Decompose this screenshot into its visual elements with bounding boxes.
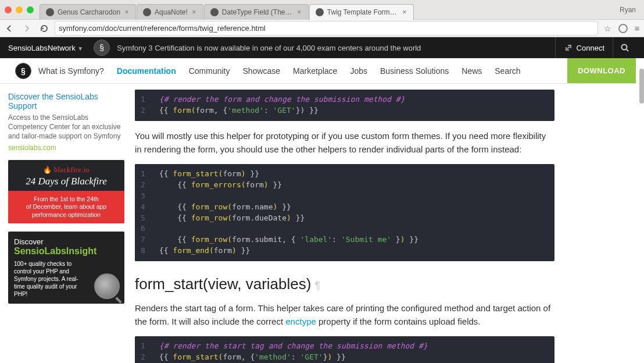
magnifier-icon [94, 273, 120, 299]
brand-part1: SensioLabs [8, 44, 48, 52]
chevron-down-icon: ▼ [77, 45, 83, 52]
insight-text: 100+ quality checks to control your PHP … [14, 260, 81, 298]
favicon-icon [210, 8, 219, 16]
support-link[interactable]: sensiolabs.com [8, 144, 124, 152]
insight-discover: Discover [14, 237, 119, 246]
sidebar: Discover the SensioLabs Support Access t… [0, 84, 124, 363]
support-text: Access to the SensioLabs Competency Cent… [8, 113, 124, 141]
link-enctype[interactable]: enctype [285, 316, 316, 326]
nav-community[interactable]: Community [189, 66, 230, 76]
tabs: Genus Carcharodon× AquaNote!× DateType F… [40, 0, 616, 20]
maximize-window-icon[interactable] [27, 6, 34, 13]
tab-title: AquaNote! [155, 8, 188, 16]
nav-links: What is Symfony? Documentation Community… [38, 66, 521, 76]
close-tab-icon[interactable]: × [402, 9, 407, 15]
search-icon [620, 43, 629, 52]
connect-link[interactable]: Connect [555, 37, 613, 58]
scrollbar-thumb[interactable] [639, 69, 644, 104]
code-block-form: 12 {# render the form and change the sub… [135, 90, 554, 121]
back-icon[interactable] [5, 24, 14, 33]
line-numbers: 12 [135, 90, 151, 121]
url-input[interactable]: symfony.com/doc/current/reference/forms/… [55, 21, 598, 35]
reload-icon[interactable] [40, 24, 49, 33]
line-numbers: 12345678 [135, 164, 151, 261]
sensiolabs-bar: SensioLabsNetwork ▼ § Symfony 3 Certific… [0, 37, 644, 58]
favicon-icon [143, 8, 151, 16]
tab-datetype[interactable]: DateType Field (The Symfo× [204, 4, 309, 20]
tab-title: Genus Carcharodon [58, 8, 120, 16]
code-content[interactable]: {{ form_start(form) }} {{ form_errors(fo… [151, 164, 554, 261]
favicon-icon [316, 8, 324, 16]
nav-marketplace[interactable]: Marketplace [293, 66, 337, 76]
nav-showcase[interactable]: Showcase [243, 66, 281, 76]
nav-news[interactable]: News [461, 66, 482, 76]
close-window-icon[interactable] [5, 6, 12, 13]
toolbar-right: ☆ ≡ [604, 24, 639, 33]
favicon-icon [46, 8, 54, 16]
nav-what-is[interactable]: What is Symfony? [38, 66, 104, 76]
heading-form-start: form_start(view, variables)¶ [135, 275, 554, 293]
ad-blackfire[interactable]: 🔥 blackfire.io 24 Days of Blackfire From… [8, 160, 124, 224]
permalink-icon[interactable]: ¶ [314, 280, 320, 291]
tab-twig-active[interactable]: Twig Template Form Functi× [309, 4, 414, 20]
tab-title: Twig Template Form Functi [327, 8, 398, 16]
article: 12 {# render the form and change the sub… [124, 84, 613, 363]
tab-title: DateType Field (The Symfo [222, 8, 293, 16]
insight-brand: SensioLabsInsight [14, 246, 119, 257]
symfony-logo-icon[interactable]: § [94, 40, 110, 56]
nav-search[interactable]: Search [495, 66, 520, 76]
nav-business[interactable]: Business Solutions [380, 66, 449, 76]
main-nav: § What is Symfony? Documentation Communi… [0, 58, 644, 84]
download-button[interactable]: DOWNLOAD [567, 58, 636, 83]
browser-tab-strip: Genus Carcharodon× AquaNote!× DateType F… [0, 0, 644, 20]
paragraph-form-start: Renders the start tag of a form. This he… [135, 301, 554, 329]
blackfire-days: 24 Days of Blackfire [13, 176, 120, 187]
symfony-logo-icon[interactable]: § [15, 63, 31, 79]
connect-label: Connect [577, 44, 604, 52]
close-tab-icon[interactable]: × [124, 9, 130, 15]
promo-text[interactable]: Symfony 3 Certification is now available… [117, 44, 421, 52]
code-content[interactable]: {# render the form and change the submis… [151, 90, 554, 121]
blackfire-brand: 🔥 blackfire.io [13, 166, 120, 175]
nav-documentation[interactable]: Documentation [117, 66, 176, 76]
ad-insight[interactable]: Discover SensioLabsInsight 100+ quality … [8, 232, 124, 304]
svg-point-0 [621, 45, 627, 50]
support-title[interactable]: Discover the SensioLabs Support [8, 92, 124, 111]
address-bar: symfony.com/doc/current/reference/forms/… [0, 20, 644, 37]
close-tab-icon[interactable]: × [296, 9, 302, 15]
blackfire-promo: From the 1st to the 24th of December, le… [8, 191, 124, 224]
paragraph-prototyping: You will mostly use this helper for prot… [135, 129, 554, 156]
browser-user[interactable]: Ryan [616, 5, 639, 15]
line-numbers: 12 [135, 336, 151, 363]
minimize-window-icon[interactable] [16, 6, 23, 13]
link-icon [564, 43, 573, 52]
page-body: Discover the SensioLabs Support Access t… [0, 84, 644, 363]
forward-icon[interactable] [22, 24, 31, 33]
code-content[interactable]: {# render the start tag and change the s… [151, 336, 554, 363]
nav-buttons [5, 24, 49, 33]
nav-jobs[interactable]: Jobs [350, 66, 367, 76]
tab-genus[interactable]: Genus Carcharodon× [40, 4, 136, 20]
search-toggle[interactable] [613, 37, 636, 58]
menu-icon[interactable]: ≡ [635, 24, 639, 33]
extension-icon[interactable] [618, 24, 628, 33]
star-icon[interactable]: ☆ [604, 24, 611, 33]
code-block-expanded: 12345678 {{ form_start(form) }} {{ form_… [135, 164, 554, 261]
window-controls [5, 6, 34, 13]
code-block-form-start: 12 {# render the start tag and change th… [135, 336, 554, 363]
support-box: Discover the SensioLabs Support Access t… [8, 92, 124, 152]
close-tab-icon[interactable]: × [191, 9, 197, 15]
tab-aquanote[interactable]: AquaNote!× [137, 4, 203, 20]
blackfire-top: 🔥 blackfire.io 24 Days of Blackfire [8, 160, 124, 191]
brand-part2: Network [48, 44, 76, 52]
sensio-brand[interactable]: SensioLabsNetwork ▼ [8, 44, 83, 52]
